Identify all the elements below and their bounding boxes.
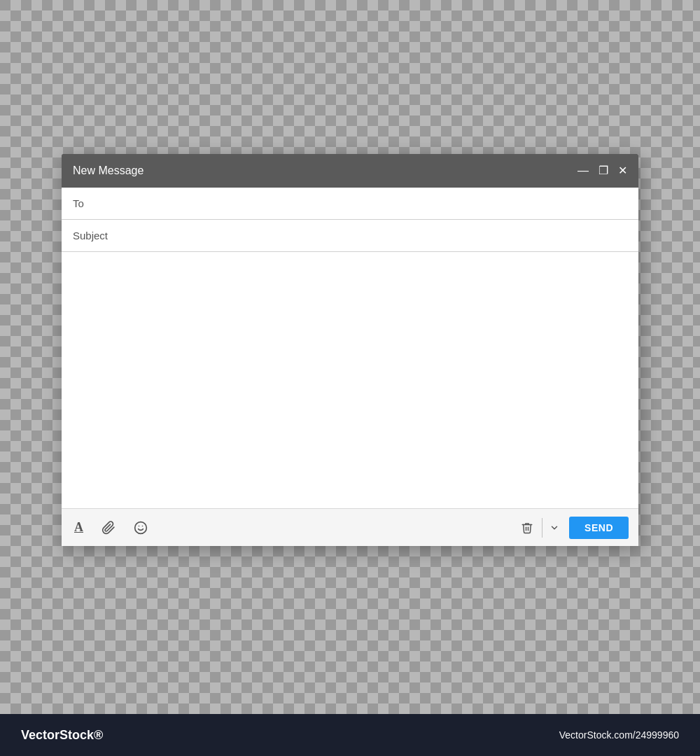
attach-button[interactable] xyxy=(99,518,118,538)
subject-input[interactable] xyxy=(115,230,627,241)
compose-toolbar: A xyxy=(62,508,638,546)
delete-button[interactable] xyxy=(514,517,540,538)
brand-url: VectorStock.com/24999960 xyxy=(559,729,679,741)
trash-icon xyxy=(521,522,533,534)
emoji-icon xyxy=(134,521,148,535)
format-text-icon: A xyxy=(74,520,83,535)
bottom-bar: VectorStock® VectorStock.com/24999960 xyxy=(0,714,700,756)
send-options-button[interactable] xyxy=(544,519,565,537)
brand-logo: VectorStock® xyxy=(21,728,103,743)
message-body-area xyxy=(62,252,638,508)
toolbar-right-actions: SEND xyxy=(514,517,629,539)
message-textarea[interactable] xyxy=(73,258,627,503)
close-button[interactable]: ✕ xyxy=(618,165,627,176)
subject-field-row: Subject xyxy=(62,220,638,252)
send-button[interactable]: SEND xyxy=(569,517,629,539)
subject-label: Subject xyxy=(73,230,115,241)
window-title: New Message xyxy=(73,164,144,177)
maximize-button[interactable]: ❐ xyxy=(598,165,608,176)
to-field-row: To xyxy=(62,188,638,220)
svg-point-0 xyxy=(135,522,147,533)
toolbar-divider xyxy=(542,518,542,538)
attach-icon xyxy=(102,521,115,535)
to-input[interactable] xyxy=(115,198,627,209)
brand-area: VectorStock® xyxy=(21,728,103,743)
to-label: To xyxy=(73,197,115,209)
title-bar: New Message — ❐ ✕ xyxy=(62,154,638,188)
toolbar-left-actions: A xyxy=(71,517,514,538)
window-controls: — ❐ ✕ xyxy=(578,165,627,176)
format-text-button[interactable]: A xyxy=(71,517,86,538)
emoji-button[interactable] xyxy=(131,518,150,538)
email-compose-window: New Message — ❐ ✕ To Subject A xyxy=(62,154,638,546)
minimize-button[interactable]: — xyxy=(578,165,589,176)
chevron-down-icon xyxy=(550,523,559,533)
